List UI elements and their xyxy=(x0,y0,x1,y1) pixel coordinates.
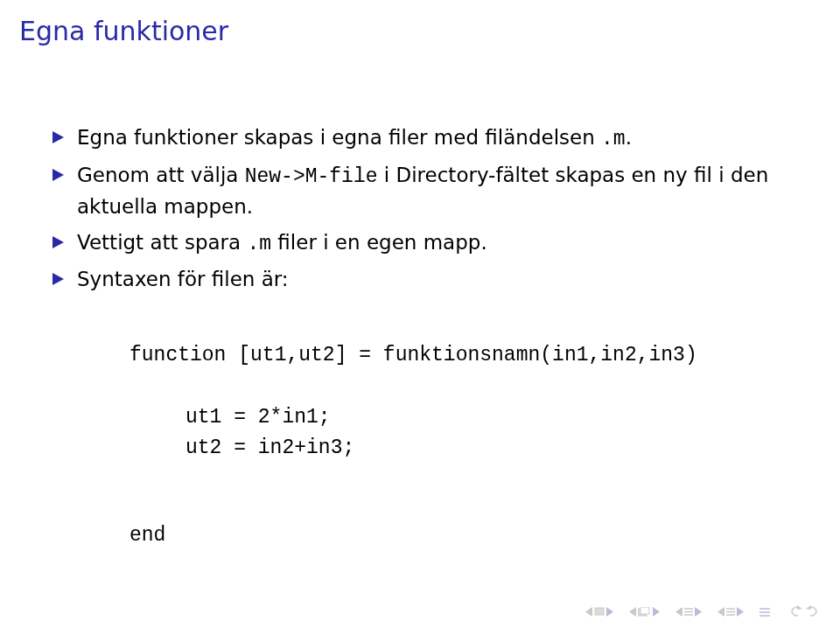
bullet-item-1: Egna funktioner skapas i egna filer med … xyxy=(52,122,788,155)
bullet-list: Egna funktioner skapas i egna filer med … xyxy=(52,122,788,295)
nav-subsection-group[interactable] xyxy=(718,607,744,617)
triangle-icon xyxy=(52,236,64,248)
nav-forward-icon[interactable] xyxy=(805,605,822,618)
code-line-2: ut1 = 2*in1; xyxy=(130,402,788,434)
nav-next-slide-icon[interactable] xyxy=(606,607,613,617)
slide-content: Egna funktioner skapas i egna filer med … xyxy=(52,122,788,551)
code-line-4: end xyxy=(130,520,788,552)
nav-section-group[interactable] xyxy=(676,607,702,617)
svg-marker-21 xyxy=(806,605,811,610)
bullet-3-text-a: Vettigt att spara xyxy=(77,231,247,254)
svg-marker-3 xyxy=(629,607,636,617)
triangle-icon xyxy=(52,273,64,285)
svg-marker-20 xyxy=(797,605,802,610)
svg-marker-16 xyxy=(737,607,744,617)
bullet-2-text-a: Genom att välja xyxy=(77,164,245,186)
nav-next-section-icon[interactable] xyxy=(695,607,702,617)
nav-prev-section-icon[interactable] xyxy=(676,607,682,617)
nav-frame-icon[interactable] xyxy=(638,607,651,617)
svg-rect-1 xyxy=(595,608,604,615)
svg-marker-0 xyxy=(585,607,592,617)
bullet-1-code: .m xyxy=(601,128,626,150)
code-line-1: function [ut1,ut2] = funktionsnamn(in1,i… xyxy=(130,344,697,366)
slide-title: Egna funktioner xyxy=(19,16,228,46)
nav-back-icon[interactable] xyxy=(786,605,803,618)
nav-slide-group[interactable] xyxy=(585,607,613,617)
nav-prev-subsection-icon[interactable] xyxy=(718,607,724,617)
svg-marker-11 xyxy=(695,607,702,617)
bullet-1-text-a: Egna funktioner skapas i egna filer med … xyxy=(77,126,601,149)
nav-prev-slide-icon[interactable] xyxy=(585,607,592,617)
bullet-4-text: Syntaxen för filen är: xyxy=(77,268,289,290)
code-line-3: ut2 = in2+in3; xyxy=(130,433,788,464)
code-block: function [ut1,ut2] = funktionsnamn(in1,i… xyxy=(130,340,788,552)
bullet-3-text-b: filer i en egen mapp. xyxy=(271,231,487,254)
nav-frame-group[interactable] xyxy=(629,607,660,617)
triangle-icon xyxy=(52,169,64,181)
bullet-3-code: .m xyxy=(247,233,271,255)
nav-slide-icon[interactable] xyxy=(594,607,605,616)
bullet-1-text-b: . xyxy=(626,126,632,149)
bullet-item-4: Syntaxen för filen är: xyxy=(52,264,788,295)
beamer-nav xyxy=(585,605,822,618)
bullet-item-2: Genom att välja New->M-file i Directory-… xyxy=(52,160,788,222)
nav-next-frame-icon[interactable] xyxy=(653,607,660,617)
nav-next-subsection-icon[interactable] xyxy=(737,607,744,617)
nav-prev-frame-icon[interactable] xyxy=(629,607,636,617)
svg-marker-6 xyxy=(653,607,660,617)
bullet-2-code: New->M-file xyxy=(245,165,378,188)
svg-marker-12 xyxy=(718,607,724,617)
nav-back-forward-group[interactable] xyxy=(786,605,822,618)
triangle-icon xyxy=(52,131,64,143)
nav-section-icon[interactable] xyxy=(684,607,693,617)
nav-subsection-icon[interactable] xyxy=(726,607,735,617)
nav-appendix-icon[interactable] xyxy=(760,606,770,618)
svg-marker-2 xyxy=(606,607,613,617)
svg-marker-7 xyxy=(676,607,682,617)
svg-rect-5 xyxy=(640,607,649,614)
bullet-item-3: Vettigt att spara .m filer i en egen map… xyxy=(52,227,788,260)
